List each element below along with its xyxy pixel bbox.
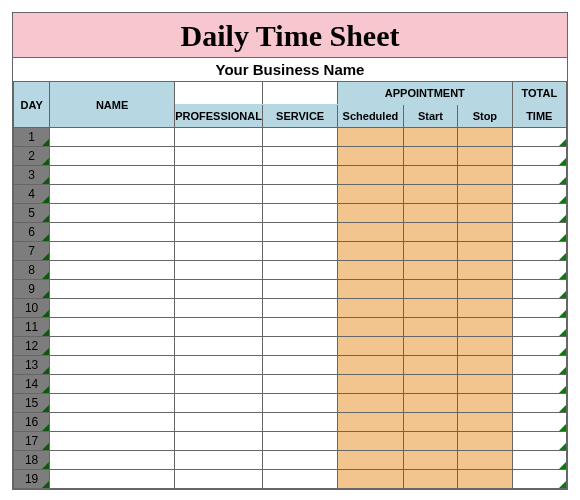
cell-scheduled[interactable] bbox=[338, 318, 404, 337]
cell-name[interactable] bbox=[50, 451, 175, 470]
cell-total-time[interactable] bbox=[512, 337, 566, 356]
cell-day[interactable]: 3 bbox=[14, 166, 50, 185]
cell-name[interactable] bbox=[50, 204, 175, 223]
cell-day[interactable]: 15 bbox=[14, 394, 50, 413]
cell-day[interactable]: 18 bbox=[14, 451, 50, 470]
cell-start[interactable] bbox=[403, 242, 457, 261]
cell-day[interactable]: 13 bbox=[14, 356, 50, 375]
cell-professional[interactable] bbox=[174, 394, 262, 413]
cell-scheduled[interactable] bbox=[338, 413, 404, 432]
cell-stop[interactable] bbox=[458, 242, 512, 261]
cell-stop[interactable] bbox=[458, 356, 512, 375]
cell-day[interactable]: 10 bbox=[14, 299, 50, 318]
cell-service[interactable] bbox=[263, 204, 338, 223]
cell-service[interactable] bbox=[263, 356, 338, 375]
cell-name[interactable] bbox=[50, 166, 175, 185]
cell-scheduled[interactable] bbox=[338, 375, 404, 394]
cell-professional[interactable] bbox=[174, 166, 262, 185]
cell-name[interactable] bbox=[50, 147, 175, 166]
cell-scheduled[interactable] bbox=[338, 356, 404, 375]
cell-total-time[interactable] bbox=[512, 147, 566, 166]
cell-start[interactable] bbox=[403, 299, 457, 318]
cell-stop[interactable] bbox=[458, 185, 512, 204]
cell-service[interactable] bbox=[263, 318, 338, 337]
cell-start[interactable] bbox=[403, 375, 457, 394]
cell-scheduled[interactable] bbox=[338, 204, 404, 223]
cell-scheduled[interactable] bbox=[338, 299, 404, 318]
cell-professional[interactable] bbox=[174, 128, 262, 147]
cell-start[interactable] bbox=[403, 356, 457, 375]
cell-stop[interactable] bbox=[458, 280, 512, 299]
cell-service[interactable] bbox=[263, 185, 338, 204]
cell-stop[interactable] bbox=[458, 470, 512, 489]
cell-professional[interactable] bbox=[174, 356, 262, 375]
cell-scheduled[interactable] bbox=[338, 451, 404, 470]
cell-stop[interactable] bbox=[458, 299, 512, 318]
cell-service[interactable] bbox=[263, 451, 338, 470]
cell-professional[interactable] bbox=[174, 204, 262, 223]
cell-start[interactable] bbox=[403, 147, 457, 166]
cell-professional[interactable] bbox=[174, 280, 262, 299]
cell-stop[interactable] bbox=[458, 318, 512, 337]
cell-service[interactable] bbox=[263, 413, 338, 432]
cell-name[interactable] bbox=[50, 223, 175, 242]
cell-name[interactable] bbox=[50, 432, 175, 451]
cell-stop[interactable] bbox=[458, 337, 512, 356]
cell-start[interactable] bbox=[403, 223, 457, 242]
cell-name[interactable] bbox=[50, 375, 175, 394]
cell-total-time[interactable] bbox=[512, 128, 566, 147]
cell-scheduled[interactable] bbox=[338, 242, 404, 261]
cell-day[interactable]: 4 bbox=[14, 185, 50, 204]
cell-stop[interactable] bbox=[458, 261, 512, 280]
cell-service[interactable] bbox=[263, 280, 338, 299]
cell-start[interactable] bbox=[403, 128, 457, 147]
cell-scheduled[interactable] bbox=[338, 337, 404, 356]
cell-total-time[interactable] bbox=[512, 413, 566, 432]
cell-name[interactable] bbox=[50, 337, 175, 356]
cell-day[interactable]: 19 bbox=[14, 470, 50, 489]
cell-day[interactable]: 5 bbox=[14, 204, 50, 223]
cell-professional[interactable] bbox=[174, 242, 262, 261]
cell-scheduled[interactable] bbox=[338, 432, 404, 451]
cell-total-time[interactable] bbox=[512, 394, 566, 413]
cell-name[interactable] bbox=[50, 413, 175, 432]
cell-name[interactable] bbox=[50, 470, 175, 489]
cell-start[interactable] bbox=[403, 204, 457, 223]
cell-name[interactable] bbox=[50, 394, 175, 413]
cell-professional[interactable] bbox=[174, 261, 262, 280]
cell-stop[interactable] bbox=[458, 432, 512, 451]
cell-start[interactable] bbox=[403, 337, 457, 356]
cell-professional[interactable] bbox=[174, 470, 262, 489]
cell-name[interactable] bbox=[50, 261, 175, 280]
cell-stop[interactable] bbox=[458, 375, 512, 394]
cell-total-time[interactable] bbox=[512, 470, 566, 489]
cell-day[interactable]: 17 bbox=[14, 432, 50, 451]
cell-stop[interactable] bbox=[458, 394, 512, 413]
cell-name[interactable] bbox=[50, 185, 175, 204]
cell-stop[interactable] bbox=[458, 223, 512, 242]
cell-total-time[interactable] bbox=[512, 432, 566, 451]
cell-professional[interactable] bbox=[174, 337, 262, 356]
cell-service[interactable] bbox=[263, 432, 338, 451]
cell-professional[interactable] bbox=[174, 223, 262, 242]
cell-day[interactable]: 2 bbox=[14, 147, 50, 166]
cell-start[interactable] bbox=[403, 470, 457, 489]
cell-day[interactable]: 7 bbox=[14, 242, 50, 261]
cell-scheduled[interactable] bbox=[338, 470, 404, 489]
cell-start[interactable] bbox=[403, 413, 457, 432]
cell-stop[interactable] bbox=[458, 147, 512, 166]
cell-start[interactable] bbox=[403, 451, 457, 470]
cell-professional[interactable] bbox=[174, 299, 262, 318]
cell-name[interactable] bbox=[50, 299, 175, 318]
cell-service[interactable] bbox=[263, 470, 338, 489]
cell-scheduled[interactable] bbox=[338, 166, 404, 185]
cell-stop[interactable] bbox=[458, 128, 512, 147]
cell-stop[interactable] bbox=[458, 451, 512, 470]
cell-name[interactable] bbox=[50, 128, 175, 147]
cell-day[interactable]: 6 bbox=[14, 223, 50, 242]
cell-total-time[interactable] bbox=[512, 242, 566, 261]
cell-name[interactable] bbox=[50, 318, 175, 337]
cell-scheduled[interactable] bbox=[338, 147, 404, 166]
cell-name[interactable] bbox=[50, 280, 175, 299]
cell-day[interactable]: 1 bbox=[14, 128, 50, 147]
